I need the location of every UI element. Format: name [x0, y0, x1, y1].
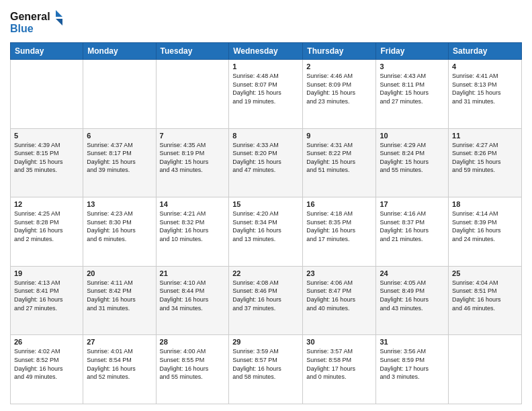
cell-date-number: 4 — [452, 62, 518, 71]
calendar-cell: 25Sunrise: 4:04 AMSunset: 8:51 PMDayligh… — [449, 266, 522, 335]
cell-info-line: Sunset: 8:51 PM — [452, 287, 518, 295]
cell-info-line: Daylight: 16 hours — [160, 365, 226, 373]
calendar-cell: 24Sunrise: 4:05 AMSunset: 8:49 PMDayligh… — [376, 266, 449, 335]
cell-date-number: 29 — [232, 338, 299, 346]
cell-info-line: Sunrise: 4:16 AM — [380, 210, 445, 218]
cell-info-line: Daylight: 15 hours — [380, 89, 445, 97]
cell-info-line: and 0 minutes. — [306, 373, 372, 381]
cell-info-line: Sunset: 8:24 PM — [380, 149, 445, 158]
cell-info-line: Daylight: 17 hours — [306, 365, 372, 373]
calendar-cell: 27Sunrise: 4:01 AMSunset: 8:54 PMDayligh… — [83, 335, 156, 404]
cell-info-line: Daylight: 16 hours — [14, 295, 79, 304]
cell-info-line: and 27 minutes. — [14, 304, 79, 313]
cell-info-line: and 52 minutes. — [87, 373, 152, 381]
calendar-cell: 31Sunrise: 3:56 AMSunset: 8:59 PMDayligh… — [376, 335, 449, 404]
cell-date-number: 24 — [380, 269, 445, 277]
cell-info-line: Sunrise: 4:41 AM — [452, 72, 518, 81]
cell-info: Sunrise: 4:01 AMSunset: 8:54 PMDaylight:… — [87, 347, 152, 381]
cell-info-line: Sunset: 8:47 PM — [306, 287, 372, 295]
cell-info-line: Sunset: 8:22 PM — [306, 149, 372, 158]
calendar-cell — [156, 60, 229, 129]
logo-svg: General Blue — [10, 7, 64, 37]
cell-info: Sunrise: 4:10 AMSunset: 8:44 PMDaylight:… — [160, 279, 226, 312]
cell-info-line: Daylight: 16 hours — [232, 295, 299, 304]
calendar-cell — [83, 60, 156, 129]
cell-info-line: Sunset: 8:09 PM — [306, 81, 372, 89]
cell-info: Sunrise: 4:43 AMSunset: 8:11 PMDaylight:… — [380, 72, 445, 105]
cell-info-line: Daylight: 15 hours — [306, 89, 372, 97]
cell-info-line: Sunset: 8:42 PM — [87, 287, 152, 295]
cell-info-line: Daylight: 15 hours — [232, 89, 299, 97]
cell-date-number: 16 — [306, 200, 372, 208]
cell-info-line: Daylight: 16 hours — [232, 365, 299, 373]
cell-info-line: and 17 minutes. — [306, 235, 372, 244]
cell-info-line: Sunset: 8:59 PM — [380, 356, 445, 365]
cell-info-line: Sunset: 8:13 PM — [452, 81, 518, 89]
cell-info-line: Daylight: 16 hours — [232, 226, 299, 235]
calendar-cell — [449, 335, 522, 404]
cell-info-line: and 47 minutes. — [232, 166, 299, 175]
cell-info-line: Daylight: 16 hours — [160, 226, 226, 235]
cell-info-line: Daylight: 16 hours — [160, 295, 226, 304]
cell-info-line: Daylight: 16 hours — [87, 295, 152, 304]
calendar-cell: 6Sunrise: 4:37 AMSunset: 8:17 PMDaylight… — [83, 128, 156, 197]
cell-info-line: Sunrise: 4:48 AM — [232, 72, 299, 81]
cell-info-line: Daylight: 15 hours — [452, 89, 518, 97]
week-row-3: 12Sunrise: 4:25 AMSunset: 8:28 PMDayligh… — [11, 197, 522, 267]
calendar-header: SundayMondayTuesdayWednesdayThursdayFrid… — [11, 43, 522, 60]
cell-date-number: 21 — [160, 269, 226, 277]
cell-info-line: and 49 minutes. — [14, 373, 79, 381]
cell-info-line: and 31 minutes. — [87, 304, 152, 313]
day-header-monday: Monday — [83, 43, 156, 60]
cell-date-number: 7 — [160, 132, 226, 140]
calendar-cell: 30Sunrise: 3:57 AMSunset: 8:58 PMDayligh… — [303, 335, 376, 404]
cell-info: Sunrise: 4:37 AMSunset: 8:17 PMDaylight:… — [87, 141, 152, 175]
day-header-tuesday: Tuesday — [156, 43, 229, 60]
cell-info-line: and 58 minutes. — [232, 373, 299, 381]
svg-marker-3 — [56, 19, 62, 26]
cell-info-line: Daylight: 16 hours — [306, 226, 372, 235]
cell-info-line: Sunrise: 4:10 AM — [160, 279, 226, 287]
week-row-2: 5Sunrise: 4:39 AMSunset: 8:15 PMDaylight… — [11, 128, 522, 197]
cell-info-line: Sunset: 8:49 PM — [380, 287, 445, 295]
day-header-wednesday: Wednesday — [229, 43, 303, 60]
calendar-cell: 19Sunrise: 4:13 AMSunset: 8:41 PMDayligh… — [11, 266, 83, 335]
cell-date-number: 15 — [232, 200, 299, 208]
cell-info: Sunrise: 4:18 AMSunset: 8:35 PMDaylight:… — [306, 210, 372, 243]
cell-info-line: Sunrise: 4:00 AM — [160, 347, 226, 356]
cell-info: Sunrise: 4:33 AMSunset: 8:20 PMDaylight:… — [232, 141, 299, 175]
calendar-body: 1Sunrise: 4:48 AMSunset: 8:07 PMDaylight… — [11, 60, 522, 404]
day-header-thursday: Thursday — [303, 43, 376, 60]
cell-info-line: Daylight: 17 hours — [380, 365, 445, 373]
cell-info-line: Daylight: 16 hours — [87, 226, 152, 235]
cell-info-line: Sunrise: 4:46 AM — [306, 72, 372, 81]
calendar-cell: 10Sunrise: 4:29 AMSunset: 8:24 PMDayligh… — [376, 128, 449, 197]
cell-info-line: Sunset: 8:32 PM — [160, 218, 226, 227]
cell-info-line: Sunrise: 4:33 AM — [232, 141, 299, 150]
cell-info-line: Sunset: 8:35 PM — [306, 218, 372, 227]
cell-info-line: and 24 minutes. — [452, 235, 518, 244]
cell-info-line: Daylight: 15 hours — [380, 158, 445, 167]
calendar-cell: 13Sunrise: 4:23 AMSunset: 8:30 PMDayligh… — [83, 197, 156, 267]
cell-info-line: and 51 minutes. — [306, 166, 372, 175]
cell-info: Sunrise: 4:14 AMSunset: 8:39 PMDaylight:… — [452, 210, 518, 243]
cell-info: Sunrise: 3:57 AMSunset: 8:58 PMDaylight:… — [306, 347, 372, 381]
cell-date-number: 12 — [14, 200, 79, 208]
calendar-cell: 12Sunrise: 4:25 AMSunset: 8:28 PMDayligh… — [11, 197, 83, 267]
cell-info-line: and 10 minutes. — [160, 235, 226, 244]
cell-date-number: 5 — [14, 132, 79, 140]
calendar-cell: 17Sunrise: 4:16 AMSunset: 8:37 PMDayligh… — [376, 197, 449, 267]
cell-date-number: 25 — [452, 269, 518, 277]
day-header-saturday: Saturday — [449, 43, 522, 60]
cell-info-line: Daylight: 15 hours — [160, 158, 226, 167]
svg-text:General: General — [10, 11, 50, 22]
cell-info-line: Sunset: 8:52 PM — [14, 356, 79, 365]
cell-date-number: 17 — [380, 200, 445, 208]
cell-info-line: Sunset: 8:46 PM — [232, 287, 299, 295]
cell-info: Sunrise: 4:13 AMSunset: 8:41 PMDaylight:… — [14, 279, 79, 312]
svg-text:Blue: Blue — [10, 23, 34, 34]
cell-info-line: Sunset: 8:28 PM — [14, 218, 79, 227]
cell-info: Sunrise: 4:05 AMSunset: 8:49 PMDaylight:… — [380, 279, 445, 312]
cell-info-line: Sunset: 8:17 PM — [87, 149, 152, 158]
cell-info-line: Sunrise: 4:14 AM — [452, 210, 518, 218]
